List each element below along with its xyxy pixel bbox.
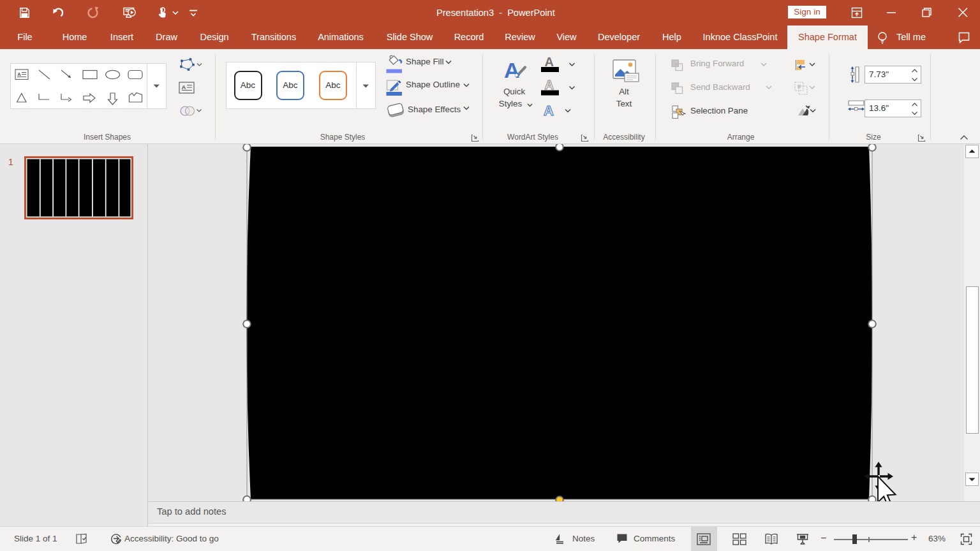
- svg-text:A: A: [545, 55, 554, 69]
- svg-text:A: A: [545, 78, 554, 92]
- svg-text:A: A: [182, 84, 186, 91]
- svg-text:A: A: [544, 103, 554, 119]
- svg-text:A: A: [504, 58, 520, 82]
- svg-text:A: A: [17, 71, 21, 77]
